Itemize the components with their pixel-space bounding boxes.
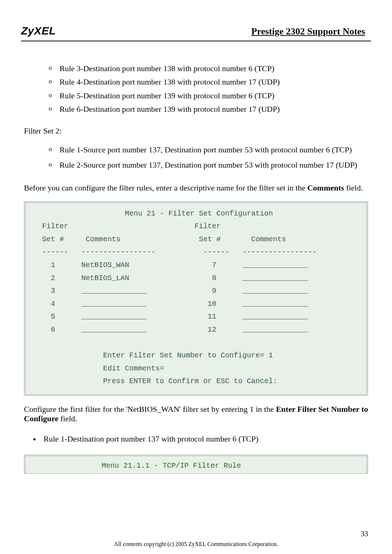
rules-list-set2: Rule 1-Source port number 137, Destinati… — [24, 143, 368, 172]
filter-set-2-heading: Filter Set 2: — [24, 126, 368, 136]
post-terminal-note: Configure the first filter for the 'NetB… — [24, 405, 368, 423]
list-item: Rule 2-Source port number 137, Destinati… — [60, 158, 368, 172]
text-run: field. — [58, 414, 77, 423]
text-run: Configure the first filter for the 'NetB… — [24, 405, 276, 414]
list-item: Rule 4-Destination port number 138 with … — [60, 75, 368, 89]
page-title: Prestige 2302 Support Notes — [251, 26, 368, 37]
terminal-text: Menu 21 - Filter Set Configuration Filte… — [29, 207, 363, 388]
text-run: Before you can configure the filter rule… — [24, 183, 307, 192]
list-item: Rule 6-Destination port number 139 with … — [60, 102, 368, 116]
list-item: Rule 1-Destination port number 137 with … — [44, 434, 368, 444]
terminal-menu-21-1-1: Menu 21.1.1 - TCP/IP Filter Rule — [24, 455, 368, 474]
content-body: Rule 3-Destination port number 138 with … — [0, 41, 392, 474]
list-item: Rule 3-Destination port number 138 with … — [60, 62, 368, 75]
page-number: 33 — [361, 530, 368, 538]
copyright-footer: All contents copyright (c) 2005 ZyXEL Co… — [0, 541, 392, 547]
page-header: ZyXEL Prestige 2302 Support Notes — [0, 0, 392, 41]
list-item: Rule 1-Source port number 137, Destinati… — [60, 143, 368, 157]
rules-list-set1: Rule 3-Destination port number 138 with … — [24, 62, 368, 116]
bold-text: Comments — [307, 183, 344, 192]
list-item: Rule 5-Destination port number 139 with … — [60, 89, 368, 102]
text-run: field. — [344, 183, 363, 192]
terminal-menu-21: Menu 21 - Filter Set Configuration Filte… — [24, 201, 368, 396]
rule-1-list: Rule 1-Destination port number 137 with … — [24, 434, 368, 444]
terminal-text: Menu 21.1.1 - TCP/IP Filter Rule — [29, 459, 363, 473]
brand-logo: ZyXEL — [21, 25, 56, 37]
pre-terminal-note: Before you can configure the filter rule… — [24, 183, 368, 193]
